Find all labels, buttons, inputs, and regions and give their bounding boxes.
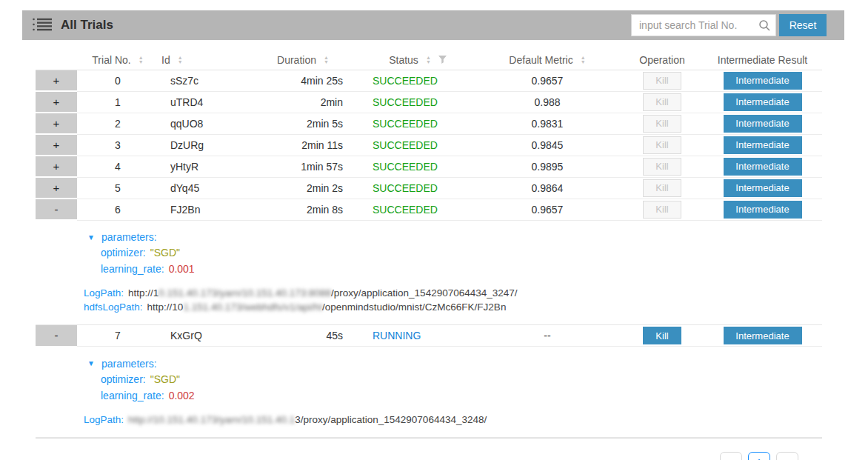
log-path-label: hdfsLogPath:: [84, 301, 143, 313]
table-header-row: Trial No.▲▼Id▲▼Duration▲▼Status▲▼Default…: [36, 50, 822, 70]
column-header-status[interactable]: Status▲▼: [362, 50, 473, 70]
log-path-label: LogPath:: [84, 414, 124, 425]
trial-row: +4yHtyR1min 57sSUCCEEDED0.9895KillInterm…: [36, 156, 822, 177]
duration-cell: 45s: [244, 325, 362, 347]
log-path-segment: /proxy/application_1542907064434_3247/: [331, 287, 517, 299]
trial-detail-panel: ▼parameters:optimizer:"SGD"learning_rate…: [36, 220, 822, 325]
status-cell: SUCCEEDED: [362, 91, 473, 113]
param-line: optimizer:"SGD": [101, 371, 822, 387]
log-path-line: LogPath:http://10.151.40.173/yarn/10.151…: [84, 286, 822, 300]
trial-no-cell: 0: [77, 70, 158, 91]
expand-toggle[interactable]: +: [36, 91, 77, 113]
log-path-line: LogPath:http://10.151.40.173/yarn/10.151…: [84, 413, 822, 427]
expand-toggle[interactable]: -: [36, 325, 77, 347]
kill-button: Kill: [643, 115, 681, 133]
trial-no-cell: 6: [77, 199, 158, 220]
intermediate-button[interactable]: Intermediate: [724, 72, 802, 90]
log-path-segment: http://10.151.40.173/yarn/10.151.40.1: [128, 414, 295, 425]
operation-cell: Kill: [621, 70, 703, 91]
sort-icon[interactable]: ▲▼: [581, 56, 586, 64]
duration-cell: 2min 2s: [244, 177, 362, 199]
intermediate-button[interactable]: Intermediate: [724, 115, 802, 133]
expand-toggle[interactable]: +: [36, 70, 77, 91]
metric-cell: 0.9864: [473, 177, 621, 199]
filter-icon[interactable]: [438, 56, 447, 64]
parameters-toggle[interactable]: ▼parameters:: [87, 356, 822, 371]
intermediate-button[interactable]: Intermediate: [724, 201, 802, 219]
param-key: optimizer:: [101, 247, 146, 259]
operation-cell: Kill: [621, 199, 703, 220]
intermediate-button[interactable]: Intermediate: [724, 179, 802, 197]
status-cell: SUCCEEDED: [362, 113, 473, 134]
metric-cell: 0.9895: [473, 156, 621, 177]
search-input[interactable]: [631, 14, 776, 36]
param-value: "SGD": [150, 373, 180, 385]
status-text: SUCCEEDED: [373, 75, 438, 87]
duration-cell: 4min 25s: [244, 70, 362, 91]
sort-icon[interactable]: ▲▼: [138, 56, 144, 64]
parameters-toggle[interactable]: ▼parameters:: [87, 230, 822, 244]
status-cell: RUNNING: [362, 325, 473, 347]
column-header-trial-no[interactable]: Trial No.▲▼: [77, 50, 158, 70]
metric-cell: 0.9831: [473, 113, 621, 134]
trial-no-cell: 5: [77, 177, 158, 199]
trial-id-cell: sSz7c: [158, 70, 244, 91]
trial-row: +3DzURg2min 11sSUCCEEDED0.9845KillInterm…: [36, 134, 822, 156]
metric-cell: 0.988: [473, 91, 621, 113]
log-path-line: hdfsLogPath:http://101.151.40.173/webhdf…: [84, 300, 822, 314]
trial-detail-row: ▼parameters:optimizer:"SGD"learning_rate…: [36, 347, 822, 438]
prev-page-button: <: [720, 452, 742, 460]
trial-row: -6FJ2Bn2min 8sSUCCEEDED0.9657KillInterme…: [36, 199, 822, 220]
search-box: [631, 14, 776, 36]
reset-button[interactable]: Reset: [779, 14, 827, 36]
kill-button[interactable]: Kill: [643, 327, 681, 344]
trial-no-cell: 1: [77, 91, 158, 113]
kill-button: Kill: [643, 179, 681, 197]
column-header-duration[interactable]: Duration▲▼: [244, 50, 362, 70]
kill-button: Kill: [643, 158, 681, 176]
page-1-button[interactable]: 1: [748, 452, 770, 460]
log-path-segment: 0.151.40.173/yarn/10.151.40.173:8088: [158, 287, 331, 299]
log-path-segment: /openmindstudio/mnist/CzMc66FK/FJ2Bn: [322, 301, 506, 313]
status-text: SUCCEEDED: [373, 161, 438, 173]
topbar: All Trials Reset: [22, 10, 844, 40]
trial-row: -7KxGrQ45sRUNNING--KillIntermediate: [36, 325, 822, 347]
expand-toggle[interactable]: +: [36, 156, 77, 177]
expand-toggle[interactable]: +: [36, 134, 77, 156]
expand-toggle[interactable]: +: [36, 113, 77, 134]
status-text: RUNNING: [373, 330, 421, 341]
intermediate-button[interactable]: Intermediate: [724, 327, 802, 344]
param-line: learning_rate:0.002: [101, 387, 822, 404]
column-header-default-metric[interactable]: Default Metric▲▼: [473, 50, 621, 70]
status-cell: SUCCEEDED: [362, 156, 473, 177]
param-value: 0.002: [169, 390, 195, 401]
search-icon[interactable]: [758, 19, 770, 34]
status-text: SUCCEEDED: [373, 182, 438, 194]
intermediate-button[interactable]: Intermediate: [724, 136, 802, 154]
status-text: SUCCEEDED: [373, 118, 438, 130]
trial-row: +0sSz7c4min 25sSUCCEEDED0.9657KillInterm…: [36, 70, 822, 91]
intermediate-cell: Intermediate: [703, 70, 822, 91]
operation-cell: Kill: [621, 325, 703, 347]
sort-icon[interactable]: ▲▼: [426, 56, 431, 64]
column-header-id[interactable]: Id▲▼: [158, 50, 244, 70]
intermediate-button[interactable]: Intermediate: [724, 93, 802, 111]
trial-row: +2qqUO82min 5sSUCCEEDED0.9831KillInterme…: [36, 113, 822, 134]
sort-icon[interactable]: ▲▼: [178, 56, 183, 64]
column-header-intermediate-result: Intermediate Result: [703, 50, 822, 70]
status-text: SUCCEEDED: [373, 204, 438, 216]
operation-cell: Kill: [621, 177, 703, 199]
param-key: learning_rate:: [101, 263, 164, 275]
expand-toggle[interactable]: -: [36, 199, 77, 220]
param-key: optimizer:: [101, 373, 146, 385]
intermediate-button[interactable]: Intermediate: [724, 158, 802, 176]
expand-toggle[interactable]: +: [36, 177, 77, 199]
status-cell: SUCCEEDED: [362, 70, 473, 91]
status-cell: SUCCEEDED: [362, 134, 473, 156]
status-cell: SUCCEEDED: [362, 199, 473, 220]
collapse-triangle-icon: ▼: [87, 359, 95, 367]
sort-icon[interactable]: ▲▼: [324, 56, 329, 64]
trial-id-cell: KxGrQ: [158, 325, 244, 347]
log-path-segment: http://10: [147, 301, 184, 313]
trial-id-cell: DzURg: [158, 134, 244, 156]
